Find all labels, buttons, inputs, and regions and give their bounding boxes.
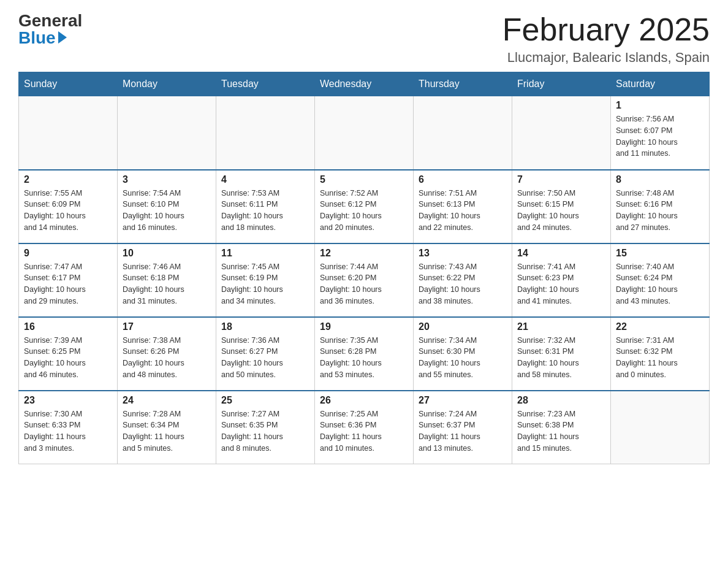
calendar-day-cell: 1Sunrise: 7:56 AM Sunset: 6:07 PM Daylig… (611, 96, 710, 170)
day-info: Sunrise: 7:50 AM Sunset: 6:15 PM Dayligh… (517, 188, 605, 234)
calendar-day-cell: 20Sunrise: 7:34 AM Sunset: 6:30 PM Dayli… (414, 317, 512, 391)
weekday-header-row: SundayMondayTuesdayWednesdayThursdayFrid… (19, 72, 710, 96)
weekday-header-thursday: Thursday (414, 72, 512, 96)
calendar-day-cell: 6Sunrise: 7:51 AM Sunset: 6:13 PM Daylig… (414, 170, 512, 243)
weekday-header-sunday: Sunday (19, 72, 118, 96)
calendar-day-cell: 21Sunrise: 7:32 AM Sunset: 6:31 PM Dayli… (512, 317, 611, 391)
day-number: 24 (123, 395, 211, 406)
calendar-day-cell: 28Sunrise: 7:23 AM Sunset: 6:38 PM Dayli… (512, 391, 611, 464)
day-number: 9 (24, 248, 112, 259)
calendar-day-cell: 18Sunrise: 7:36 AM Sunset: 6:27 PM Dayli… (216, 317, 315, 391)
calendar-day-cell: 17Sunrise: 7:38 AM Sunset: 6:26 PM Dayli… (118, 317, 216, 391)
calendar-day-cell: 7Sunrise: 7:50 AM Sunset: 6:15 PM Daylig… (512, 170, 611, 243)
day-number: 13 (419, 248, 507, 259)
logo-blue-text: Blue (18, 29, 67, 47)
calendar-day-cell: 14Sunrise: 7:41 AM Sunset: 6:23 PM Dayli… (512, 243, 611, 317)
day-number: 6 (419, 174, 507, 185)
day-info: Sunrise: 7:34 AM Sunset: 6:30 PM Dayligh… (419, 335, 507, 381)
day-info: Sunrise: 7:41 AM Sunset: 6:23 PM Dayligh… (517, 261, 605, 307)
day-info: Sunrise: 7:53 AM Sunset: 6:11 PM Dayligh… (221, 188, 309, 234)
calendar-table: SundayMondayTuesdayWednesdayThursdayFrid… (18, 72, 710, 464)
calendar-day-cell: 9Sunrise: 7:47 AM Sunset: 6:17 PM Daylig… (19, 243, 118, 317)
calendar-day-cell (611, 391, 710, 464)
calendar-day-cell (216, 96, 315, 170)
calendar-day-cell: 22Sunrise: 7:31 AM Sunset: 6:32 PM Dayli… (611, 317, 710, 391)
day-info: Sunrise: 7:45 AM Sunset: 6:19 PM Dayligh… (221, 261, 309, 307)
month-title: February 2025 (502, 12, 710, 47)
day-number: 2 (24, 174, 112, 185)
day-number: 20 (419, 321, 507, 332)
calendar-day-cell: 25Sunrise: 7:27 AM Sunset: 6:35 PM Dayli… (216, 391, 315, 464)
day-number: 25 (221, 395, 309, 406)
day-info: Sunrise: 7:51 AM Sunset: 6:13 PM Dayligh… (419, 188, 507, 234)
calendar-day-cell: 11Sunrise: 7:45 AM Sunset: 6:19 PM Dayli… (216, 243, 315, 317)
day-info: Sunrise: 7:39 AM Sunset: 6:25 PM Dayligh… (24, 335, 112, 381)
calendar-day-cell: 8Sunrise: 7:48 AM Sunset: 6:16 PM Daylig… (611, 170, 710, 243)
weekday-header-friday: Friday (512, 72, 611, 96)
day-number: 7 (517, 174, 605, 185)
calendar-day-cell: 26Sunrise: 7:25 AM Sunset: 6:36 PM Dayli… (315, 391, 414, 464)
day-info: Sunrise: 7:48 AM Sunset: 6:16 PM Dayligh… (616, 188, 704, 234)
day-number: 22 (616, 321, 704, 332)
logo: General Blue (18, 12, 82, 47)
calendar-day-cell: 4Sunrise: 7:53 AM Sunset: 6:11 PM Daylig… (216, 170, 315, 243)
day-info: Sunrise: 7:43 AM Sunset: 6:22 PM Dayligh… (419, 261, 507, 307)
day-number: 10 (123, 248, 211, 259)
day-number: 19 (320, 321, 408, 332)
calendar-week-row: 16Sunrise: 7:39 AM Sunset: 6:25 PM Dayli… (19, 317, 710, 391)
day-info: Sunrise: 7:23 AM Sunset: 6:38 PM Dayligh… (517, 408, 605, 454)
calendar-day-cell: 12Sunrise: 7:44 AM Sunset: 6:20 PM Dayli… (315, 243, 414, 317)
calendar-day-cell (19, 96, 118, 170)
title-block: February 2025 Llucmajor, Balearic Island… (502, 12, 710, 66)
day-number: 8 (616, 174, 704, 185)
day-info: Sunrise: 7:30 AM Sunset: 6:33 PM Dayligh… (24, 408, 112, 454)
calendar-day-cell: 24Sunrise: 7:28 AM Sunset: 6:34 PM Dayli… (118, 391, 216, 464)
weekday-header-tuesday: Tuesday (216, 72, 315, 96)
calendar-day-cell: 23Sunrise: 7:30 AM Sunset: 6:33 PM Dayli… (19, 391, 118, 464)
weekday-header-monday: Monday (118, 72, 216, 96)
calendar-day-cell: 2Sunrise: 7:55 AM Sunset: 6:09 PM Daylig… (19, 170, 118, 243)
day-info: Sunrise: 7:46 AM Sunset: 6:18 PM Dayligh… (123, 261, 211, 307)
day-info: Sunrise: 7:56 AM Sunset: 6:07 PM Dayligh… (616, 113, 704, 159)
day-info: Sunrise: 7:54 AM Sunset: 6:10 PM Dayligh… (123, 188, 211, 234)
day-number: 12 (320, 248, 408, 259)
calendar-day-cell (512, 96, 611, 170)
calendar-day-cell: 5Sunrise: 7:52 AM Sunset: 6:12 PM Daylig… (315, 170, 414, 243)
day-info: Sunrise: 7:44 AM Sunset: 6:20 PM Dayligh… (320, 261, 408, 307)
calendar-header: SundayMondayTuesdayWednesdayThursdayFrid… (19, 72, 710, 96)
day-number: 18 (221, 321, 309, 332)
calendar-day-cell: 13Sunrise: 7:43 AM Sunset: 6:22 PM Dayli… (414, 243, 512, 317)
page-header: General Blue February 2025 Llucmajor, Ba… (18, 12, 710, 66)
calendar-day-cell: 10Sunrise: 7:46 AM Sunset: 6:18 PM Dayli… (118, 243, 216, 317)
day-info: Sunrise: 7:40 AM Sunset: 6:24 PM Dayligh… (616, 261, 704, 307)
calendar-day-cell (414, 96, 512, 170)
day-info: Sunrise: 7:28 AM Sunset: 6:34 PM Dayligh… (123, 408, 211, 454)
day-info: Sunrise: 7:55 AM Sunset: 6:09 PM Dayligh… (24, 188, 112, 234)
calendar-day-cell (315, 96, 414, 170)
day-number: 28 (517, 395, 605, 406)
calendar-body: 1Sunrise: 7:56 AM Sunset: 6:07 PM Daylig… (19, 96, 710, 464)
location-subtitle: Llucmajor, Balearic Islands, Spain (502, 50, 710, 66)
day-number: 11 (221, 248, 309, 259)
day-number: 5 (320, 174, 408, 185)
day-info: Sunrise: 7:31 AM Sunset: 6:32 PM Dayligh… (616, 335, 704, 381)
day-number: 15 (616, 248, 704, 259)
day-number: 14 (517, 248, 605, 259)
day-number: 27 (419, 395, 507, 406)
calendar-week-row: 2Sunrise: 7:55 AM Sunset: 6:09 PM Daylig… (19, 170, 710, 243)
calendar-week-row: 1Sunrise: 7:56 AM Sunset: 6:07 PM Daylig… (19, 96, 710, 170)
logo-general-text: General (18, 12, 82, 29)
calendar-day-cell: 27Sunrise: 7:24 AM Sunset: 6:37 PM Dayli… (414, 391, 512, 464)
day-number: 4 (221, 174, 309, 185)
calendar-week-row: 23Sunrise: 7:30 AM Sunset: 6:33 PM Dayli… (19, 391, 710, 464)
weekday-header-wednesday: Wednesday (315, 72, 414, 96)
day-info: Sunrise: 7:32 AM Sunset: 6:31 PM Dayligh… (517, 335, 605, 381)
day-number: 17 (123, 321, 211, 332)
weekday-header-saturday: Saturday (611, 72, 710, 96)
day-info: Sunrise: 7:52 AM Sunset: 6:12 PM Dayligh… (320, 188, 408, 234)
day-info: Sunrise: 7:27 AM Sunset: 6:35 PM Dayligh… (221, 408, 309, 454)
day-number: 23 (24, 395, 112, 406)
calendar-day-cell: 3Sunrise: 7:54 AM Sunset: 6:10 PM Daylig… (118, 170, 216, 243)
logo-triangle-icon (58, 31, 67, 44)
day-number: 21 (517, 321, 605, 332)
